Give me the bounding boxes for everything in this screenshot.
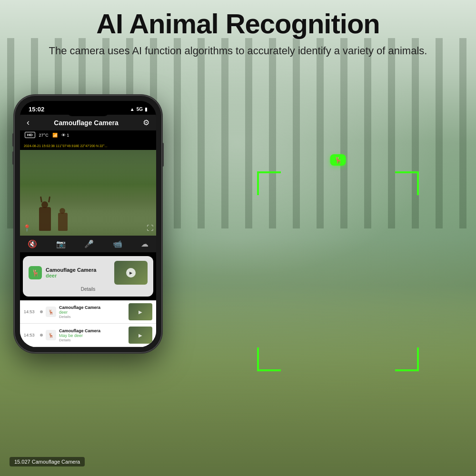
timestamp-bar: 2024-08-21 15:02:38 111°07'49.918E 22°47… (20, 139, 156, 150)
timeline-section: 14:53 🦌 Camouflage Camera deer Details ▶… (20, 300, 156, 347)
navbar-title: Camouflage Camera (54, 119, 118, 127)
camera-controls: 🔇 📷 🎤 📹 ☁ (20, 236, 156, 252)
cloud-icon[interactable]: ☁ (141, 239, 149, 248)
crop-icon: ⛶ (147, 224, 153, 232)
battery-icon: ▮ (145, 107, 148, 112)
notification-card: 🦌 Camouflage Camera deer ▶ Details (23, 256, 153, 297)
tl-animal-2: May be deer (59, 333, 126, 338)
phone-screen: 15:02 ▲ 5G ▮ ‹ Camouflage Camera ⚙ HD 27… (20, 101, 156, 347)
video-icon[interactable]: 📹 (113, 239, 122, 248)
timeline-time-2: 14:53 (24, 333, 37, 337)
signal-strength: 📶 (52, 133, 58, 138)
back-button[interactable]: ‹ (27, 118, 30, 128)
animal-detection-icon: 🦌 (29, 266, 42, 279)
tl-camera-1: Camouflage Camera (59, 305, 126, 310)
tl-thumbnail-1[interactable]: ▶ (129, 303, 152, 320)
product-badge: 15.027 Camouflage Camera (10, 457, 85, 466)
tl-animal-name-2: deer (74, 333, 83, 338)
volume-up-button (12, 133, 14, 147)
camera-feed: 📍 ⛶ (20, 150, 156, 236)
timeline-item-2: 14:53 🦌 Camouflage Camera May be deer De… (20, 324, 156, 347)
timeline-deer-icon-1: 🦌 (46, 307, 56, 317)
subtitle: The camera uses AI function algorithms t… (29, 43, 447, 59)
timestamp: 2024-08-21 15:02:38 111°07'49.918E 22°47… (24, 144, 107, 148)
timeline-content-2: Camouflage Camera May be deer Details (59, 328, 126, 342)
play-button[interactable]: ▶ (126, 268, 136, 278)
tl-thumbnail-2[interactable]: ▶ (129, 327, 152, 344)
timeline-dot-1 (40, 310, 43, 313)
deer-silhouette-2 (58, 213, 68, 231)
location-icon: 📍 (23, 224, 31, 232)
temperature: 27°C (39, 133, 49, 138)
deer-head-2 (60, 208, 65, 214)
photo-icon[interactable]: 📷 (56, 239, 66, 248)
status-right: ▲ 5G ▮ (130, 107, 148, 112)
phone-frame: 15:02 ▲ 5G ▮ ‹ Camouflage Camera ⚙ HD 27… (14, 95, 162, 353)
status-time: 15:02 (29, 106, 44, 113)
volume-down-button (12, 151, 14, 165)
notification-thumbnail[interactable]: ▶ (114, 261, 148, 285)
tl-details-1[interactable]: Details (59, 315, 126, 319)
timeline-time-1: 14:53 (24, 309, 37, 314)
main-title: AI Animal Recognition (29, 9, 447, 39)
mic-icon[interactable]: 🎤 (84, 239, 94, 248)
tl-camera-2: Camouflage Camera (59, 328, 126, 333)
timeline-deer-icon-2: 🦌 (46, 330, 56, 340)
timeline-dot-2 (40, 334, 43, 337)
mute-icon[interactable]: 🔇 (28, 239, 37, 248)
timeline-content-1: Camouflage Camera deer Details (59, 305, 126, 319)
tl-animal-1: deer (59, 310, 126, 315)
camera-info-bar: HD 27°C 📶 👁 1 (20, 130, 156, 139)
deer-head-1 (41, 201, 48, 208)
tl-details-2[interactable]: Details (59, 338, 126, 342)
notification-body: 🦌 Camouflage Camera deer ▶ (29, 261, 148, 285)
notification-details[interactable]: Details (29, 287, 148, 292)
phone-mockup: 15:02 ▲ 5G ▮ ‹ Camouflage Camera ⚙ HD 27… (14, 95, 195, 353)
feed-trees (20, 150, 156, 188)
dynamic-island (67, 105, 109, 116)
view-count: 👁 1 (61, 133, 69, 138)
timeline-item-1: 14:53 🦌 Camouflage Camera deer Details ▶ (20, 300, 156, 324)
signal-icon: ▲ (130, 107, 135, 112)
network-type: 5G (137, 107, 143, 112)
settings-button[interactable]: ⚙ (143, 118, 149, 127)
power-button (162, 143, 164, 167)
notification-animal-label: deer (46, 273, 110, 278)
tl-play-2[interactable]: ▶ (139, 333, 142, 338)
notification-camera-name: Camouflage Camera (46, 267, 110, 273)
app-navbar: ‹ Camouflage Camera ⚙ (20, 115, 156, 130)
hd-badge: HD (25, 132, 35, 138)
notification-text-group: Camouflage Camera deer (46, 267, 110, 278)
header: AI Animal Recognition The camera uses AI… (0, 0, 476, 63)
tl-play-1[interactable]: ▶ (139, 309, 142, 315)
deer-silhouette-1 (39, 207, 51, 231)
